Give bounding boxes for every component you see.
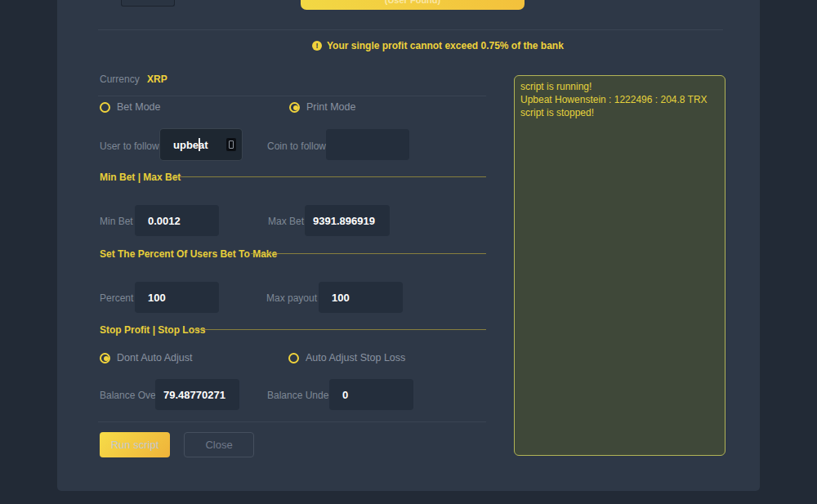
dont-auto-adjust-radio[interactable]: Dont Auto Adjust xyxy=(100,352,192,364)
coin-to-follow-input[interactable] xyxy=(326,129,409,160)
section-line xyxy=(251,253,486,254)
divider xyxy=(98,29,723,30)
radio-icon[interactable] xyxy=(100,353,110,364)
input-method-icon[interactable] xyxy=(226,138,236,151)
divider xyxy=(98,96,486,96)
profit-warning-text: Your single profit cannot exceed 0.75% o… xyxy=(327,40,564,51)
currency-label: Currency xyxy=(100,74,140,85)
script-settings-modal: (User Found) ! Your single profit cannot… xyxy=(57,0,760,491)
balance-over-label: Balance Over xyxy=(100,390,159,401)
auto-adjust-label: Auto Adjust Stop Loss xyxy=(306,352,405,364)
section-title-percent: Set The Percent Of Users Bet To Make xyxy=(100,248,277,260)
min-bet-label: Min Bet xyxy=(100,216,133,227)
section-title-stop: Stop Profit | Stop Loss xyxy=(100,324,205,336)
profit-warning: ! Your single profit cannot exceed 0.75%… xyxy=(312,40,564,51)
log-line: Upbeat Howenstein : 1222496 : 204.8 TRX xyxy=(520,93,719,106)
divider xyxy=(98,421,486,422)
radio-icon[interactable] xyxy=(289,102,300,113)
currency-value[interactable]: XRP xyxy=(147,74,167,85)
exclamation-circle-icon: ! xyxy=(312,41,322,51)
min-bet-input[interactable] xyxy=(135,205,219,236)
text-caret xyxy=(199,138,200,151)
bet-mode-label: Bet Mode xyxy=(117,101,161,113)
script-log[interactable]: script is running! Upbeat Howenstein : 1… xyxy=(514,75,725,456)
script-settings-screen: (User Found) ! Your single profit cannot… xyxy=(0,0,817,504)
radio-icon[interactable] xyxy=(100,102,110,113)
max-bet-input[interactable] xyxy=(305,205,390,236)
clipped-top-button[interactable]: (User Found) xyxy=(301,0,525,10)
balance-under-label: Balance Under xyxy=(267,390,332,401)
clipped-top-button-label: (User Found) xyxy=(301,0,525,5)
section-title-min-max-bet: Min Bet | Max Bet xyxy=(100,172,181,183)
section-line xyxy=(172,176,486,177)
radio-icon[interactable] xyxy=(288,353,299,364)
auto-adjust-radio[interactable]: Auto Adjust Stop Loss xyxy=(288,352,405,364)
coin-to-follow-label: Coin to follow xyxy=(267,140,326,152)
user-to-follow-label: User to follow xyxy=(100,140,159,152)
max-bet-label: Max Bet xyxy=(268,216,304,227)
run-script-button[interactable]: Run script xyxy=(100,432,170,457)
dont-auto-adjust-label: Dont Auto Adjust xyxy=(117,352,192,364)
bet-mode-radio[interactable]: Bet Mode xyxy=(100,101,161,113)
percent-label: Percent xyxy=(100,292,133,304)
clipped-top-input[interactable] xyxy=(121,0,175,7)
max-payout-label: Max payout xyxy=(266,292,317,304)
percent-input[interactable] xyxy=(135,282,219,313)
log-line: script is stopped! xyxy=(520,106,719,119)
balance-over-input[interactable] xyxy=(155,379,239,410)
print-mode-radio[interactable]: Print Mode xyxy=(289,101,355,113)
max-payout-input[interactable] xyxy=(319,282,403,313)
balance-under-input[interactable] xyxy=(329,379,413,410)
print-mode-label: Print Mode xyxy=(306,101,355,113)
close-button[interactable]: Close xyxy=(184,432,254,457)
log-line: script is running! xyxy=(520,80,719,93)
section-line xyxy=(192,329,486,330)
